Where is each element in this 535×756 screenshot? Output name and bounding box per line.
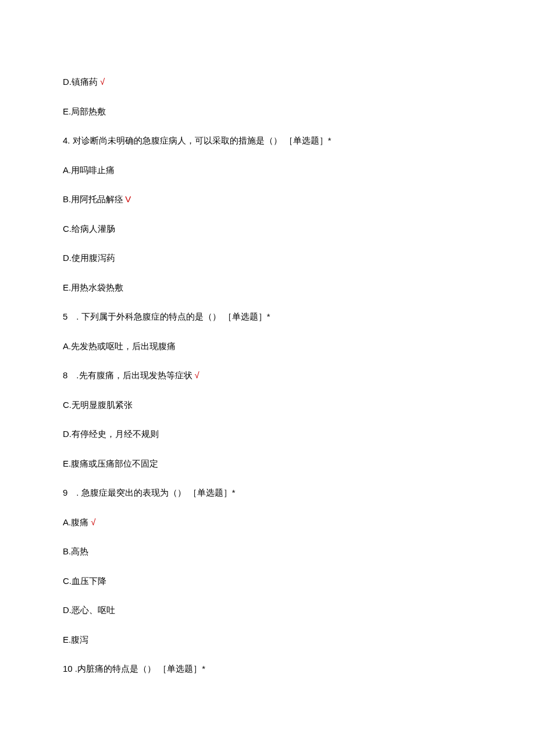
text-line: C.无明显腹肌紧张 xyxy=(63,399,472,411)
line-text: D.有停经史，月经不规则 xyxy=(63,429,159,439)
text-line: A.用吗啡止痛 xyxy=(63,164,472,176)
text-line: D.镇痛药√ xyxy=(63,76,472,88)
line-text: D.恶心、呕吐 xyxy=(63,605,115,615)
line-text: E.腹泻 xyxy=(63,635,88,644)
text-line: B.用阿托品解痉V xyxy=(63,193,472,205)
text-line: A.先发热或呕吐，后出现腹痛 xyxy=(63,340,472,352)
text-line: D.恶心、呕吐 xyxy=(63,604,472,616)
line-text: 9 . 急腹症最突出的表现为（） ［单选题］* xyxy=(63,488,236,497)
line-text: A.用吗啡止痛 xyxy=(63,165,115,175)
text-line: 8 .先有腹痛，后出现发热等症状√ xyxy=(63,369,472,381)
line-text: 8 .先有腹痛，后出现发热等症状 xyxy=(63,370,192,380)
correct-mark: √ xyxy=(195,370,199,380)
text-line: E.腹痛或压痛部位不固定 xyxy=(63,457,472,470)
text-line: 5 . 下列属于外科急腹症的特点的是（） ［单选题］* xyxy=(63,310,472,323)
correct-mark: V xyxy=(125,194,131,204)
line-text: B.用阿托品解痉 xyxy=(63,194,123,204)
line-text: E.用热水袋热敷 xyxy=(63,282,123,292)
text-line: 10 .内脏痛的特点是（） ［单选题］* xyxy=(63,662,472,675)
text-line: A.腹痛√ xyxy=(63,516,472,528)
line-text: C.无明显腹肌紧张 xyxy=(63,400,133,410)
line-text: C.血压下降 xyxy=(63,576,106,586)
text-line: D.有停经史，月经不规则 xyxy=(63,428,472,440)
line-text: D.使用腹泻药 xyxy=(63,253,115,263)
line-text: B.高热 xyxy=(63,546,88,556)
text-line: 4. 对诊断尚未明确的急腹症病人，可以采取的措施是（） ［单选题］* xyxy=(63,134,472,146)
text-line: D.使用腹泻药 xyxy=(63,252,472,264)
correct-mark: √ xyxy=(100,77,105,87)
text-line: E.用热水袋热敷 xyxy=(63,281,472,293)
line-text: A.先发热或呕吐，后出现腹痛 xyxy=(63,341,176,351)
text-line: C.给病人灌肠 xyxy=(63,223,472,235)
text-line: E.腹泻 xyxy=(63,633,472,646)
line-text: 5 . 下列属于外科急腹症的特点的是（） ［单选题］* xyxy=(63,311,270,321)
line-text: A.腹痛 xyxy=(63,517,88,527)
line-text: 10 .内脏痛的特点是（） ［单选题］* xyxy=(63,664,205,673)
text-line: C.血压下降 xyxy=(63,575,472,587)
line-text: E.局部热敷 xyxy=(63,106,106,116)
text-line: E.局部热敷 xyxy=(63,105,472,117)
line-text: C.给病人灌肠 xyxy=(63,224,115,234)
line-text: D.镇痛药 xyxy=(63,77,98,87)
text-line: B.高热 xyxy=(63,545,472,557)
line-text: 4. 对诊断尚未明确的急腹症病人，可以采取的措施是（） ［单选题］* xyxy=(63,135,331,145)
correct-mark: √ xyxy=(91,517,95,527)
line-text: E.腹痛或压痛部位不固定 xyxy=(63,458,158,468)
text-line: 9 . 急腹症最突出的表现为（） ［单选题］* xyxy=(63,486,472,499)
